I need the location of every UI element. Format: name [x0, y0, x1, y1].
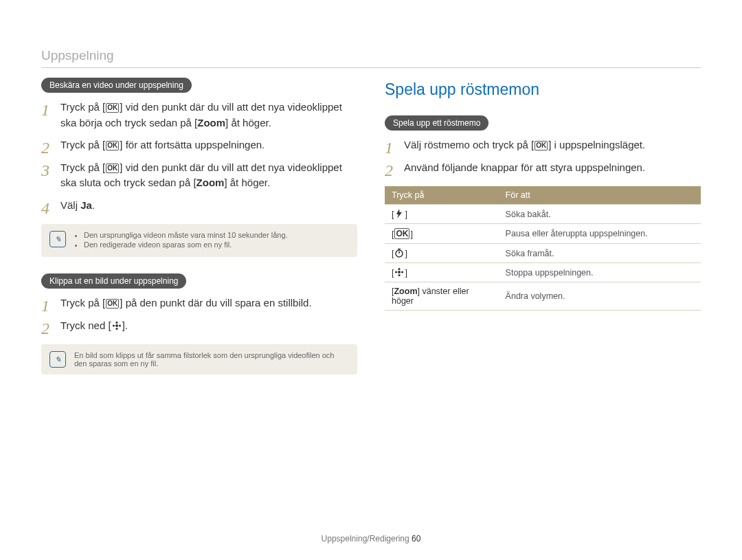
- footer: Uppspelning/Redigering 60: [0, 534, 742, 544]
- timer-icon: [394, 248, 405, 258]
- subsection-pill-trim-video: Beskära en video under uppspelning: [41, 78, 192, 93]
- table-cell: Stoppa uppspelningen.: [499, 263, 701, 282]
- flower-icon: [111, 321, 122, 331]
- svg-point-13: [401, 271, 403, 273]
- table-cell: Söka bakåt.: [499, 205, 701, 224]
- step-item: Tryck på [OK] vid den punkt där du vill …: [41, 160, 357, 191]
- controls-table: Tryck på För att [] Söka bakåt. [OK] Pau…: [385, 186, 701, 311]
- note-text: En bild som klipps ut får samma filstorl…: [74, 351, 334, 368]
- note-item: Den ursprungliga videon måste vara minst…: [84, 231, 348, 239]
- svg-point-4: [119, 324, 121, 326]
- subsection-pill-clip-image: Klippa ut en bild under uppspelning: [41, 273, 186, 289]
- page-section-title: Uppspelning: [41, 48, 701, 63]
- step-item: Tryck på [OK] på den punkt där du vill s…: [41, 295, 357, 311]
- flash-icon: [394, 209, 405, 219]
- note-icon: ✎: [49, 351, 66, 368]
- step-item: Använd följande knappar för att styra up…: [385, 160, 701, 176]
- ok-icon: OK: [394, 228, 409, 239]
- ok-icon: OK: [106, 299, 119, 309]
- steps-clip-image: Tryck på [OK] på den punkt där du vill s…: [41, 295, 357, 333]
- table-row: [] Söka bakåt.: [385, 205, 701, 224]
- svg-point-9: [398, 271, 401, 273]
- table-cell: Söka framåt.: [499, 244, 701, 263]
- steps-trim-video: Tryck på [OK] vid den punkt där du vill …: [41, 100, 357, 213]
- section-title-voice: Spela upp röstmemon: [385, 80, 701, 99]
- svg-marker-5: [396, 209, 402, 219]
- svg-point-10: [398, 268, 401, 270]
- table-row: [] Stoppa uppspelningen.: [385, 263, 701, 282]
- table-cell: Pausa eller återuppta uppspelningen.: [499, 224, 701, 244]
- ok-icon: OK: [106, 164, 119, 173]
- flower-icon: [394, 267, 405, 277]
- note-box: ✎ En bild som klipps ut får samma filsto…: [41, 344, 357, 374]
- step-item: Välj Ja.: [41, 198, 357, 214]
- table-header: Tryck på: [385, 186, 499, 205]
- ok-icon: OK: [106, 141, 119, 150]
- step-item: Tryck på [OK] för att fortsätta uppspeln…: [41, 137, 357, 153]
- table-cell: Ändra volymen.: [499, 282, 701, 311]
- table-header: För att: [499, 186, 701, 205]
- svg-point-12: [395, 271, 397, 273]
- divider: [41, 67, 701, 68]
- step-item: Tryck på [OK] vid den punkt där du vill …: [41, 100, 357, 131]
- table-row: [OK] Pausa eller återuppta uppspelningen…: [385, 224, 701, 244]
- note-item: Den redigerade videon sparas som en ny f…: [84, 240, 348, 249]
- step-item: Tryck ned [].: [41, 318, 357, 334]
- svg-point-1: [115, 321, 117, 323]
- svg-point-3: [113, 324, 115, 326]
- ok-icon: OK: [106, 103, 119, 113]
- footer-page: 60: [412, 534, 420, 544]
- svg-point-0: [115, 324, 118, 327]
- svg-point-2: [115, 327, 117, 329]
- note-box: ✎ Den ursprungliga videon måste vara min…: [41, 224, 357, 257]
- ok-icon: OK: [535, 141, 548, 150]
- subsection-pill-play-voice: Spela upp ett röstmemo: [385, 115, 488, 131]
- step-item: Välj röstmemo och tryck på [OK] i uppspe…: [385, 137, 701, 153]
- note-icon: ✎: [49, 231, 66, 247]
- left-column: Beskära en video under uppspelning Tryck…: [41, 78, 357, 391]
- steps-play-voice: Välj röstmemo och tryck på [OK] i uppspe…: [385, 137, 701, 175]
- svg-point-11: [398, 274, 401, 276]
- table-row: [] Söka framåt.: [385, 244, 701, 263]
- table-row: [Zoom] vänster eller höger Ändra volymen…: [385, 282, 701, 311]
- footer-label: Uppspelning/Redigering: [322, 534, 409, 544]
- right-column: Spela upp röstmemon Spela upp ett röstme…: [385, 78, 701, 391]
